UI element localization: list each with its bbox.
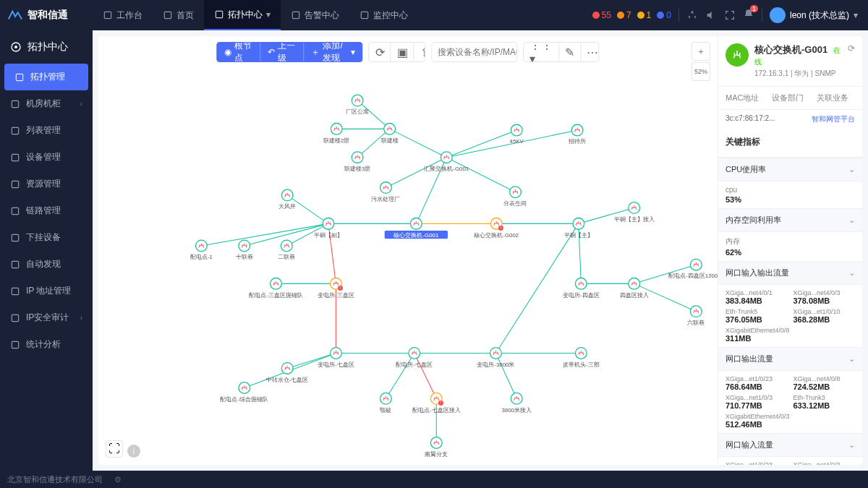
panel-tab[interactable]: MAC地址 — [726, 93, 759, 103]
accordion-header[interactable]: 网口输入流量⌄ — [718, 433, 862, 457]
save-icon[interactable]: ▣ — [391, 43, 414, 61]
brand-name: 智和信通 — [27, 9, 68, 22]
brand-logo: 智和信通 — [0, 7, 93, 23]
sidebar-item-topo[interactable]: 拓扑管理 — [4, 64, 88, 90]
refresh-icon[interactable]: ⟳ — [848, 43, 855, 53]
node[interactable]: 联建楼 — [381, 123, 399, 143]
bell-icon[interactable]: 1 — [743, 9, 754, 22]
node[interactable]: 配电点-四盘区1200米 — [668, 259, 718, 279]
sidebar-item-res[interactable]: 资源管理 — [0, 171, 93, 197]
node[interactable]: !变电所-三盘区 — [318, 278, 354, 298]
accordion-header[interactable]: 内存空间利用率⌄ — [718, 208, 862, 232]
user-menu[interactable]: leon (技术总监) ▾ — [770, 7, 858, 23]
svg-text:45KV: 45KV — [510, 138, 524, 145]
svg-text:厂区公寓: 厂区公寓 — [346, 108, 369, 115]
svg-text:变电所-四盘区: 变电所-四盘区 — [563, 292, 600, 299]
up-button[interactable]: ↶ 上一级 — [260, 43, 304, 61]
panel-tab[interactable]: 关联业务 — [817, 93, 848, 103]
node[interactable]: 配电点-综合掘锚队 — [220, 382, 268, 403]
nav-desk[interactable]: 工作台 — [93, 0, 153, 30]
node[interactable]: 南翼分支 — [425, 437, 448, 458]
sidebar-item-auto[interactable]: 自动发现 — [0, 251, 93, 278]
stat[interactable]: 55 — [592, 10, 611, 20]
nav-home[interactable]: 首页 — [153, 0, 204, 30]
node[interactable]: 配电点-三盘区掘锚队 — [249, 278, 303, 298]
node[interactable]: 十联巷 — [236, 240, 253, 260]
nav-topo[interactable]: 拓扑中心 ▾ — [204, 0, 281, 30]
nav-monitor[interactable]: 监控中心 — [349, 0, 418, 30]
node[interactable]: 变电所-四盘区 — [563, 278, 600, 298]
sound-icon[interactable] — [705, 9, 717, 21]
sidebar-item-ipsec[interactable]: IP安全审计› — [0, 304, 93, 331]
refresh-icon[interactable]: ⟳ — [370, 43, 391, 61]
accordion-header[interactable]: CPU使用率⌄ — [718, 158, 862, 181]
sidebar-item-sub[interactable]: 下挂设备 — [0, 224, 93, 251]
edit-icon[interactable]: ✎ — [559, 43, 581, 61]
node[interactable]: 3800米接入 — [501, 393, 531, 413]
sidebar-item-rack[interactable]: 机房机柜› — [0, 90, 93, 117]
node[interactable]: 配电所-七盘区 — [396, 348, 433, 368]
accordion-header[interactable]: 网口输出流量⌄ — [718, 347, 862, 371]
svg-point-18 — [352, 95, 363, 106]
sidebar-item-list[interactable]: 列表管理 — [0, 117, 93, 144]
root-button[interactable]: ◉ 根节点 — [217, 43, 260, 61]
stat[interactable]: 1 — [637, 10, 652, 20]
device-icon — [726, 43, 749, 67]
export-icon[interactable]: ⇪ — [414, 43, 425, 61]
node[interactable]: 污水处理厂 — [371, 182, 400, 202]
section-title: 关键指标 — [726, 136, 855, 148]
svg-rect-0 — [104, 12, 111, 18]
assoc-value[interactable]: 智和网管平台 — [812, 114, 855, 124]
node[interactable]: 平硐【副】 — [314, 218, 343, 239]
panel-tab[interactable]: 设备部门 — [772, 93, 804, 103]
layout-icon[interactable]: ⋮⋮ ▾ — [524, 43, 559, 61]
edge — [495, 353, 516, 398]
add-button[interactable]: ＋ 添加/发现 ▾ — [304, 43, 362, 61]
node[interactable]: 核心交换机-G001 — [385, 218, 448, 239]
sidebar-item-stat[interactable]: 统计分析 — [0, 331, 93, 358]
expand-icon[interactable]: ⛶ — [106, 440, 123, 458]
svg-text:3800米接入: 3800米接入 — [501, 407, 531, 414]
panel-sub: 172.16.3.1 | 华为 | SNMP — [754, 69, 842, 79]
stat[interactable]: 0 — [657, 10, 671, 20]
svg-text:十联巷: 十联巷 — [236, 254, 253, 260]
stat[interactable]: 7 — [617, 10, 631, 20]
more-icon[interactable]: ⋯ — [581, 43, 599, 61]
svg-rect-16 — [12, 314, 18, 321]
svg-text:分表生间: 分表生间 — [503, 200, 527, 207]
sidebar-item-ip[interactable]: IP 地址管理 — [0, 278, 93, 304]
sidebar-item-link[interactable]: 链路管理 — [0, 197, 93, 224]
node[interactable]: 皮带机头-三部 — [563, 348, 600, 368]
search-input[interactable] — [432, 43, 517, 61]
info-icon[interactable]: i — [127, 445, 140, 458]
node[interactable]: 二联巷 — [278, 240, 295, 260]
node[interactable]: 联建楼3层 — [344, 152, 370, 172]
theme-icon[interactable] — [686, 9, 698, 21]
edge — [386, 353, 414, 398]
svg-text:核心交换机-G002: 核心交换机-G002 — [473, 232, 519, 239]
accordion-header[interactable]: 网口输入输出流量⌄ — [718, 261, 862, 285]
settings-icon[interactable]: ⚙ — [114, 475, 122, 484]
svg-text:变电所-七盘区: 变电所-七盘区 — [318, 361, 354, 368]
svg-text:联建楼: 联建楼 — [381, 137, 399, 144]
zoom-in-button[interactable]: ＋ — [692, 42, 710, 61]
sidebar-item-dev[interactable]: 设备管理 — [0, 144, 93, 171]
nav-alarm[interactable]: 告警中心 — [281, 0, 349, 30]
node[interactable]: 颚破 — [380, 393, 391, 413]
svg-text:二联巷: 二联巷 — [278, 254, 295, 260]
node[interactable]: 汇聚交换机-G001 — [424, 152, 469, 172]
node[interactable]: !核心交换机-G002 — [473, 218, 519, 239]
svg-text:配电点-综合掘锚队: 配电点-综合掘锚队 — [220, 396, 268, 403]
node[interactable]: 45KV — [510, 124, 524, 145]
node[interactable]: 联建楼2层 — [323, 123, 349, 143]
fullscreen-icon[interactable] — [724, 9, 736, 21]
node[interactable]: 平硐【主】接入 — [614, 202, 655, 223]
node[interactable]: 分表生间 — [503, 187, 527, 207]
node[interactable]: 厂区公寓 — [346, 95, 369, 115]
node[interactable]: 配电点-1 — [190, 240, 213, 260]
node[interactable]: 变电所-3800米 — [477, 348, 514, 368]
svg-text:六联巷: 六联巷 — [687, 320, 705, 326]
node[interactable]: 招待所 — [568, 124, 586, 145]
node[interactable]: !配电点-七盘区接入 — [412, 393, 461, 413]
svg-text:变电所-3800米: 变电所-3800米 — [477, 361, 514, 368]
